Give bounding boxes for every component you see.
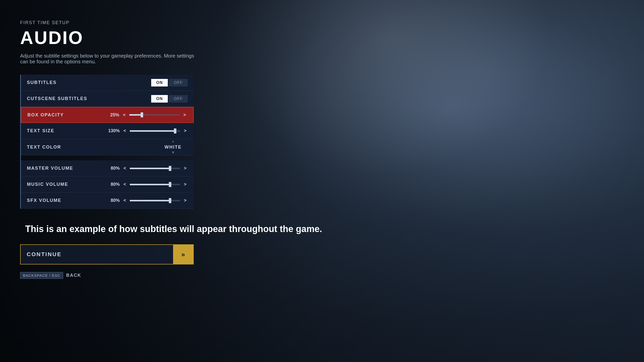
box-opacity-right-arrow[interactable]: > bbox=[182, 112, 187, 118]
sfx-volume-row: SFX VOLUME 80% < > bbox=[21, 193, 194, 209]
page-title: AUDIO bbox=[20, 27, 644, 48]
text-color-up-arrow[interactable]: ^ bbox=[172, 141, 174, 144]
text-size-right-arrow[interactable]: > bbox=[183, 128, 188, 133]
music-volume-left-arrow[interactable]: < bbox=[122, 182, 127, 187]
master-volume-slider-container: 80% < > bbox=[106, 166, 188, 171]
section-gap bbox=[21, 155, 194, 160]
settings-panel: SUBTITLES ON OFF CUTSCENE SUBTITLES ON O… bbox=[20, 75, 194, 209]
music-volume-right-arrow[interactable]: > bbox=[183, 182, 188, 187]
text-color-label: TEXT COLOR bbox=[27, 145, 158, 150]
text-size-left-arrow[interactable]: < bbox=[122, 128, 127, 133]
music-volume-label: MUSIC VOLUME bbox=[27, 182, 106, 187]
sfx-volume-slider-container: 80% < > bbox=[106, 198, 188, 203]
back-label: BACK bbox=[66, 273, 81, 278]
sfx-volume-label: SFX VOLUME bbox=[27, 198, 106, 203]
box-opacity-value: 25% bbox=[105, 112, 119, 118]
box-opacity-thumb bbox=[141, 112, 143, 117]
master-volume-fill bbox=[130, 168, 170, 169]
setup-label: FIRST TIME SETUP bbox=[20, 20, 644, 25]
subtitle-preview: This is an example of how subtitles will… bbox=[25, 224, 644, 234]
box-opacity-slider-container: 25% < > bbox=[105, 112, 187, 118]
description-text: Adjust the subtitle settings below to yo… bbox=[20, 53, 196, 65]
music-volume-thumb bbox=[169, 182, 171, 187]
cutscene-subtitles-label: CUTSCENE SUBTITLES bbox=[27, 96, 151, 101]
music-volume-slider-container: 80% < > bbox=[106, 182, 188, 187]
text-size-slider-container: 130% < > bbox=[106, 128, 188, 133]
master-volume-right-arrow[interactable]: > bbox=[183, 166, 188, 171]
sfx-volume-fill bbox=[130, 200, 170, 201]
master-volume-row: MASTER VOLUME 80% < > bbox=[21, 160, 194, 176]
cutscene-subtitles-row: CUTSCENE SUBTITLES ON OFF bbox=[21, 91, 194, 107]
master-volume-value: 80% bbox=[106, 166, 120, 171]
music-volume-track[interactable] bbox=[130, 184, 180, 185]
music-volume-row: MUSIC VOLUME 80% < > bbox=[21, 176, 194, 193]
master-volume-thumb bbox=[169, 166, 171, 171]
text-size-thumb bbox=[174, 128, 176, 133]
master-volume-label: MASTER VOLUME bbox=[27, 166, 106, 171]
box-opacity-label: BOX OPACITY bbox=[27, 112, 105, 118]
text-size-track[interactable] bbox=[130, 130, 180, 132]
continue-label: CONTINUE bbox=[21, 245, 173, 264]
master-volume-left-arrow[interactable]: < bbox=[122, 166, 127, 171]
box-opacity-left-arrow[interactable]: < bbox=[122, 112, 127, 118]
text-color-row: TEXT COLOR ^ WHITE v bbox=[21, 139, 194, 155]
subtitles-toggle: ON OFF bbox=[151, 79, 188, 86]
text-size-fill bbox=[130, 130, 175, 132]
sfx-volume-left-arrow[interactable]: < bbox=[122, 198, 127, 203]
subtitles-on-button[interactable]: ON bbox=[151, 79, 168, 86]
sfx-volume-value: 80% bbox=[106, 198, 120, 203]
continue-icon: » bbox=[173, 245, 193, 264]
text-color-inner: TEXT COLOR ^ WHITE v bbox=[27, 139, 188, 155]
subtitles-row: SUBTITLES ON OFF bbox=[21, 75, 194, 91]
cutscene-subtitles-toggle: ON OFF bbox=[151, 95, 188, 103]
text-color-value: WHITE bbox=[165, 145, 182, 150]
text-size-row: TEXT SIZE 130% < > bbox=[21, 123, 194, 139]
sfx-volume-track[interactable] bbox=[130, 200, 180, 201]
text-size-label: TEXT SIZE bbox=[27, 128, 106, 133]
text-size-value: 130% bbox=[106, 128, 120, 133]
music-volume-fill bbox=[130, 184, 170, 185]
box-opacity-track[interactable] bbox=[129, 114, 180, 116]
continue-button[interactable]: CONTINUE » bbox=[20, 244, 194, 264]
box-opacity-fill bbox=[129, 114, 142, 116]
subtitles-off-button[interactable]: OFF bbox=[169, 79, 188, 86]
music-volume-value: 80% bbox=[106, 182, 120, 187]
sfx-volume-right-arrow[interactable]: > bbox=[183, 198, 188, 203]
back-key-label: BACKSPACE / ESC bbox=[20, 272, 63, 279]
box-opacity-row: BOX OPACITY 25% < > bbox=[21, 107, 194, 123]
back-button[interactable]: BACKSPACE / ESC BACK bbox=[20, 272, 644, 279]
subtitles-label: SUBTITLES bbox=[27, 80, 151, 85]
text-color-down-arrow[interactable]: v bbox=[172, 150, 174, 154]
sfx-volume-thumb bbox=[169, 198, 171, 203]
master-volume-track[interactable] bbox=[130, 168, 180, 169]
cutscene-on-button[interactable]: ON bbox=[151, 95, 168, 103]
cutscene-off-button[interactable]: OFF bbox=[169, 95, 188, 103]
